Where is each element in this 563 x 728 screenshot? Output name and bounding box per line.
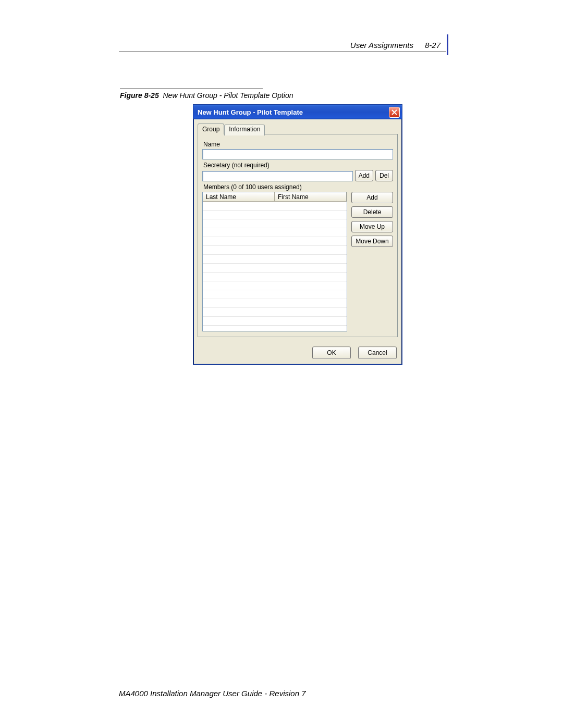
members-side-buttons: Add Delete Move Up Move Down — [351, 192, 393, 331]
members-movedown-button[interactable]: Move Down — [351, 236, 393, 247]
tab-group[interactable]: Group — [198, 124, 224, 134]
table-row[interactable] — [203, 264, 347, 273]
tab-panel-group: Name Secretary (not required) Add Del Me… — [198, 134, 398, 337]
dialog-footer: OK Cancel — [193, 341, 402, 364]
members-delete-button[interactable]: Delete — [351, 206, 393, 218]
members-add-button[interactable]: Add — [351, 192, 393, 203]
ok-button[interactable]: OK — [312, 347, 351, 359]
grid-col-lastname[interactable]: Last Name — [203, 192, 275, 202]
page-header: User Assignments 8-27 — [350, 34, 448, 55]
dialog-titlebar[interactable]: New Hunt Group - Pilot Template — [193, 105, 402, 119]
table-row[interactable] — [203, 273, 347, 281]
figure-label: Figure 8-25 — [120, 91, 159, 100]
close-icon[interactable] — [389, 107, 400, 118]
members-moveup-button[interactable]: Move Up — [351, 221, 393, 232]
tab-information-label: Information — [229, 126, 260, 133]
figure-caption: Figure 8-25 New Hunt Group - Pilot Templ… — [120, 91, 293, 100]
secretary-input[interactable] — [202, 171, 353, 181]
secretary-del-button[interactable]: Del — [375, 170, 393, 181]
header-rule — [119, 52, 446, 52]
table-row[interactable] — [203, 211, 347, 219]
cancel-button[interactable]: Cancel — [358, 347, 397, 359]
table-row[interactable] — [203, 246, 347, 255]
figure-rule — [120, 89, 263, 89]
label-members: Members (0 of 100 users assigned) — [203, 183, 393, 191]
header-section-title: User Assignments — [350, 41, 413, 50]
name-input[interactable] — [202, 149, 393, 159]
table-row[interactable] — [203, 228, 347, 237]
figure-caption-text: New Hunt Group - Pilot Template Option — [163, 91, 293, 100]
label-secretary: Secretary (not required) — [203, 162, 393, 169]
grid-col-firstname[interactable]: First Name — [275, 192, 347, 202]
dialog-new-hunt-group: New Hunt Group - Pilot Template Group In… — [193, 104, 402, 365]
grid-rows — [203, 202, 347, 326]
table-row[interactable] — [203, 237, 347, 246]
tab-group-label: Group — [202, 126, 219, 133]
members-grid[interactable]: Last Name First Name — [202, 192, 347, 331]
tab-strip: Group Information — [198, 124, 398, 134]
table-row[interactable] — [203, 317, 347, 326]
label-name: Name — [203, 141, 393, 148]
table-row[interactable] — [203, 202, 347, 211]
table-row[interactable] — [203, 255, 347, 264]
tab-information[interactable]: Information — [224, 125, 265, 135]
secretary-add-button[interactable]: Add — [355, 170, 373, 181]
table-row[interactable] — [203, 299, 347, 308]
page-footer: MA4000 Installation Manager User Guide -… — [119, 689, 306, 698]
header-page-number: 8-27 — [425, 41, 440, 50]
dialog-title: New Hunt Group - Pilot Template — [198, 108, 303, 116]
table-row[interactable] — [203, 281, 347, 290]
table-row[interactable] — [203, 290, 347, 299]
table-row[interactable] — [203, 308, 347, 317]
table-row[interactable] — [203, 219, 347, 228]
grid-header: Last Name First Name — [203, 192, 347, 202]
